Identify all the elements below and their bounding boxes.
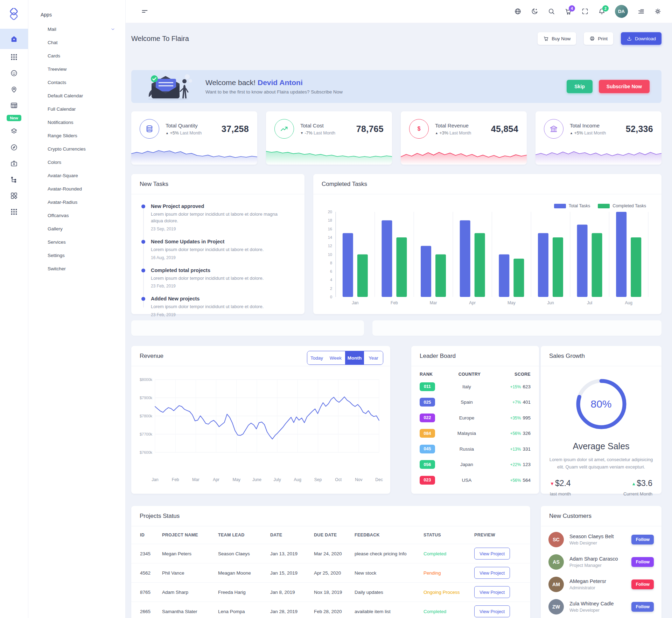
rail-item-compass[interactable] [0, 139, 28, 155]
sidebar-item-label: Offcanvas [48, 213, 69, 218]
leader-board-row[interactable]: 084Malaysia+56%326 [420, 426, 531, 442]
flaira-logo[interactable] [0, 0, 28, 29]
task-title: Completed total projects [151, 268, 295, 273]
sidebar-item-treeview[interactable]: Treeview [28, 62, 125, 76]
fullscreen-icon[interactable] [581, 8, 589, 15]
view-project-button[interactable]: View Project [474, 586, 510, 598]
column-header: PROJECT NAME [162, 533, 218, 537]
rank-badge: 022 [420, 414, 435, 422]
sidebar-item-settings[interactable]: Settings [28, 249, 125, 262]
tab-year[interactable]: Year [364, 351, 383, 364]
subscribe-now-button[interactable]: Subscribe Now [599, 80, 650, 93]
sidebar-item-range-sliders[interactable]: Range Sliders [28, 129, 125, 142]
task-description: Lorem ipsum dolor tempor incididunt ut l… [151, 304, 284, 310]
score-value: +13%331 [498, 446, 531, 452]
rail-item-grid-dots[interactable] [0, 204, 28, 220]
table-row[interactable]: 2665Samantha SlaterLena PompaJan 28, 201… [131, 602, 530, 618]
notifications-bell-icon[interactable]: 2 [598, 8, 606, 15]
sidebar-collapse-icon[interactable] [141, 8, 148, 15]
dark-mode-icon[interactable] [531, 8, 538, 15]
rail-item-tree[interactable] [0, 172, 28, 188]
task-item[interactable]: Added New projectsLorem ipsum dolor temp… [142, 296, 295, 317]
follow-button[interactable]: Follow [631, 579, 654, 589]
view-project-button[interactable]: View Project [474, 605, 510, 617]
svg-text:Aug: Aug [294, 477, 301, 482]
rail-item-tiles[interactable] [0, 188, 28, 204]
legend-item[interactable]: Total Tasks [554, 203, 590, 208]
follow-button[interactable]: Follow [631, 535, 654, 544]
tab-today[interactable]: Today [307, 351, 326, 364]
home-icon [10, 35, 18, 43]
rail-item-smiley[interactable] [0, 65, 28, 81]
table-row[interactable]: 8765Adam SharpFreeda HarigJan 8, 2019Nox… [131, 582, 530, 602]
sidebar-item-services[interactable]: Services [28, 235, 125, 249]
sidebar-item-contacts[interactable]: Contacts [28, 76, 125, 89]
sidebar-item-label: Services [48, 239, 66, 245]
view-project-button[interactable]: View Project [474, 548, 510, 560]
rail-item-briefcase[interactable] [0, 155, 28, 172]
cell-date: Jan 13, 2019 [270, 551, 314, 556]
sidebar-item-offcanvas[interactable]: Offcanvas [28, 209, 125, 222]
task-item[interactable]: Need Some Updates in ProjectLorem ipsum … [142, 239, 295, 260]
sidebar-item-colors[interactable]: Colors [28, 155, 125, 169]
sidebar-item-label: Treeview [48, 67, 66, 72]
svg-text:$8000k: $8000k [140, 377, 153, 382]
sidebar-item-chat[interactable]: Chat [28, 36, 125, 49]
rail-item-layers[interactable] [0, 123, 28, 139]
sidebar-item-cards[interactable]: Cards [28, 49, 125, 62]
leader-board-row[interactable]: 056Japan+22%123 [420, 457, 531, 473]
follow-button[interactable]: Follow [631, 602, 654, 612]
column-header: STATUS [424, 533, 474, 537]
cell-team-lead: Season Claeys [218, 551, 270, 556]
tab-week[interactable]: Week [326, 351, 345, 364]
activity-list-icon[interactable] [637, 8, 645, 15]
legend-item[interactable]: Completed Tasks [598, 203, 646, 208]
tab-month[interactable]: Month [345, 351, 364, 364]
rail-item-grid-dots[interactable] [0, 49, 28, 65]
settings-gear-icon[interactable] [654, 8, 662, 15]
rank-badge: 056 [420, 460, 435, 469]
leader-board-row[interactable]: 045Russia+13%331 [420, 441, 531, 457]
buy-now-button[interactable]: Buy Now [538, 32, 576, 45]
cart-icon[interactable]: 4 [565, 8, 572, 15]
sidebar-item-label: Colors [48, 160, 61, 165]
task-item[interactable]: New Project approvedLorem ipsum dolor te… [142, 203, 295, 231]
sidebar-item-avatar-square[interactable]: Avatar-Square [28, 169, 125, 182]
sidebar-item-avatar-radius[interactable]: Avatar-Radius [28, 195, 125, 209]
download-button[interactable]: Download [621, 32, 662, 45]
user-avatar[interactable]: DA [615, 5, 628, 18]
language-globe-icon[interactable] [514, 8, 522, 15]
sidebar-item-gallery[interactable]: Gallery [28, 222, 125, 235]
leader-board-row[interactable]: 022Europe+35%995 [420, 410, 531, 426]
sidebar-item-label: Default Calendar [48, 93, 83, 98]
leader-board-row[interactable]: 023USA+56%564 [420, 472, 531, 488]
sidebar-item-label: Switcher [48, 266, 66, 271]
table-row[interactable]: 4562Phil VanceMeagan MooneJan 15, 2019Ap… [131, 563, 530, 582]
sidebar-item-avatar-rounded[interactable]: Avatar-Rounded [28, 182, 125, 195]
task-title: New Project approved [151, 203, 295, 209]
cart-icon [543, 36, 549, 41]
sidebar-item-default-calendar[interactable]: Default Calendar [28, 89, 125, 102]
rail-item-map-pin[interactable] [0, 81, 28, 97]
table-row[interactable]: 2345Megan PetersSeason ClaeysJan 13, 201… [131, 544, 530, 563]
print-button[interactable]: Print [584, 32, 613, 45]
follow-button[interactable]: Follow [631, 557, 654, 567]
rail-item-home[interactable] [0, 29, 28, 49]
country-label: Europe [435, 415, 498, 421]
sidebar-item-switcher[interactable]: Switcher [28, 262, 125, 275]
sidebar-item-crypto-currencies[interactable]: Crypto Currencies [28, 142, 125, 155]
rail-item-table[interactable] [0, 97, 28, 113]
leader-board-row[interactable]: 011Italy+15%623 [420, 379, 531, 395]
search-icon[interactable] [548, 8, 555, 15]
svg-text:$: $ [418, 126, 421, 132]
view-project-button[interactable]: View Project [474, 567, 510, 579]
sidebar-item-notifications[interactable]: Notifications [28, 116, 125, 129]
grid-dots-icon [10, 208, 18, 216]
sidebar-item-mail[interactable]: Mail [28, 22, 125, 36]
leader-board-row[interactable]: 025Spain+7%401 [420, 395, 531, 410]
sidebar-item-label: Avatar-Square [48, 173, 78, 178]
sidebar-item-full-calendar[interactable]: Full Calendar [28, 102, 125, 116]
task-item[interactable]: Completed total projectsLorem ipsum dolo… [142, 268, 295, 289]
skip-button[interactable]: Skip [567, 80, 593, 93]
svg-text:Dec: Dec [375, 477, 383, 482]
